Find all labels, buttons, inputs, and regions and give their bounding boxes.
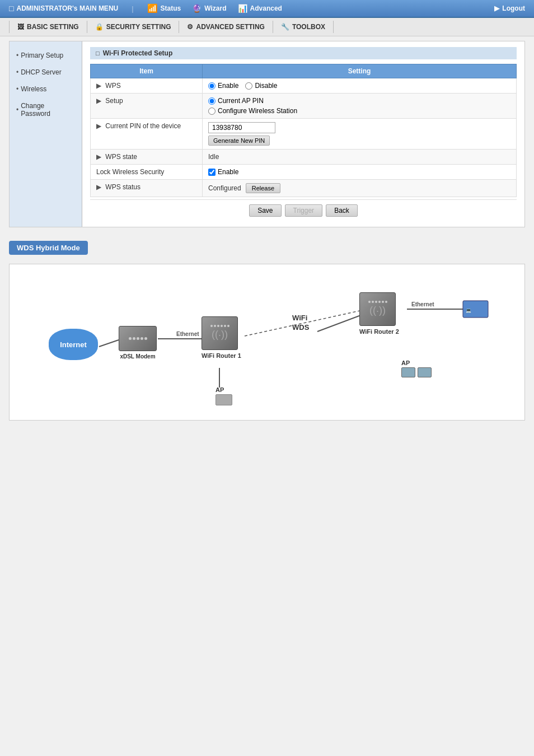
modem-box [119,326,157,351]
router2-box: ((·)) [359,292,396,326]
sidebar-item-dhcp-server[interactable]: DHCP Server [10,64,82,81]
status-nav-item[interactable]: 📶 Status [147,3,181,13]
nav-separator: | [132,4,133,13]
setup-configure-label: Configure Wireless Station [218,107,297,115]
wds-section: WDS Hybrid Mode Ethernet Ethernet [9,241,525,421]
setup-configure-radio[interactable] [208,108,216,115]
advanced-label: Advanced [250,4,282,12]
table-row: ▶ Current PIN of the device Generate New… [91,119,517,150]
sidebar-wireless-label: Wireless [21,85,46,93]
save-button[interactable]: Save [249,204,281,217]
settings-table: Item Setting ▶ WPS Enable [90,64,517,197]
wizard-icon: 🔮 [192,4,202,13]
wps-enable-label: Enable [218,82,238,90]
wds-badge: WDS Hybrid Mode [9,241,88,255]
svg-rect-8 [463,301,488,318]
router1-label: WiFi Router 1 [202,352,241,359]
table-row: ▶ WPS Enable Disable [91,78,517,94]
lock-wireless-checkbox-label[interactable]: Enable [208,168,510,176]
router2-element: ((·)) WiFi Router 2 [359,292,399,335]
svg-text:WiFi: WiFi [292,314,307,322]
advanced-setting-tab[interactable]: ⚙ ADVANCED SETTING [179,21,273,33]
pin-setting-cell: Generate New PIN [203,119,517,150]
basic-setting-tab[interactable]: 🖼 BASIC SETTING [9,21,87,33]
wps-state-value: Idle [208,153,219,161]
wps-item-cell: ▶ WPS [91,78,203,94]
router1-element: ((·)) WiFi Router 1 [202,316,241,359]
wps-state-item-cell: ▶ WPS state [91,150,203,165]
lock-wireless-label: Lock Wireless Security [96,168,164,176]
router2-label: WiFi Router 2 [359,328,399,335]
router1-box: ((·)) [202,316,238,350]
admin-menu-label: □ ADMINISTRATOR's MAIN MENU [9,4,118,13]
table-row: ▶ WPS status Configured Release [91,180,517,197]
ap2-label: AP [401,360,432,377]
toolbox-icon: 🔧 [281,23,289,31]
logout-nav-item[interactable]: ▶ Logout [494,4,525,12]
table-row: ▶ WPS state Idle [91,150,517,165]
generate-pin-button[interactable]: Generate New PIN [208,136,270,146]
toolbox-tab[interactable]: 🔧 TOOLBOX [273,21,334,33]
setup-ap-pin-radio[interactable] [208,97,216,105]
wps-status-label: WPS status [105,183,140,191]
security-setting-tab[interactable]: 🔒 SECURITY SETTING [87,21,180,33]
setup-ap-pin-label: Current AP PIN [218,97,264,105]
diagram-lines: Ethernet Ethernet 💻 WiFi WDS [38,276,496,421]
internet-element: Internet [49,329,98,360]
setup-current-ap-pin-option[interactable]: Current AP PIN [208,97,510,105]
modem-dots [129,337,147,340]
svg-text:💻: 💻 [466,307,471,313]
section-title-text: Wi-Fi Protected Setup [103,49,173,57]
admin-icon: □ [9,4,13,13]
sidebar-item-wireless[interactable]: Wireless [10,81,82,97]
sidebar: Primary Setup DHCP Server Wireless Chang… [10,41,82,227]
pin-arrow: ▶ [96,122,101,130]
trigger-button[interactable]: Trigger [285,204,323,217]
wps-enable-radio[interactable] [208,82,216,90]
bottom-buttons: Save Trigger Back [90,199,517,221]
router1-dots [210,325,229,327]
content-area: Wi-Fi Protected Setup Item Setting ▶ WPS [82,41,524,227]
col-header-setting: Setting [203,64,517,78]
lock-wireless-checkbox[interactable] [208,169,216,176]
wds-diagram: Ethernet Ethernet 💻 WiFi WDS Internet [9,264,525,421]
wps-disable-radio[interactable] [245,82,252,90]
pin-label: Current PIN of the device [105,122,181,130]
sidebar-item-change-password[interactable]: Change Password [10,97,82,122]
logout-icon: ▶ [494,4,499,12]
wps-arrow: ▶ [96,82,101,90]
release-button[interactable]: Release [246,183,280,193]
wizard-nav-item[interactable]: 🔮 Wizard [192,4,226,13]
svg-text:WDS: WDS [292,323,310,332]
internet-label: Internet [60,340,87,349]
wps-setting-cell: Enable Disable [203,78,517,94]
sidebar-item-primary-setup[interactable]: Primary Setup [10,47,82,64]
wps-disable-option[interactable]: Disable [245,82,277,90]
wps-status-arrow: ▶ [96,183,101,191]
wps-status-setting-cell: Configured Release [203,180,517,197]
wps-radio-group: Enable Disable [208,82,510,90]
svg-line-0 [99,340,119,347]
svg-text:Ethernet: Ethernet [411,301,434,307]
back-button[interactable]: Back [326,204,358,217]
section-title: Wi-Fi Protected Setup [90,47,517,59]
setup-setting-cell: Current AP PIN Configure Wireless Statio… [203,94,517,119]
pin-input-field[interactable] [208,122,275,133]
sub-navigation: 🖼 BASIC SETTING 🔒 SECURITY SETTING ⚙ ADV… [0,18,534,36]
main-wrapper: Primary Setup DHCP Server Wireless Chang… [9,41,525,227]
svg-text:Ethernet: Ethernet [176,331,199,337]
top-navigation: □ ADMINISTRATOR's MAIN MENU | 📶 Status 🔮… [0,0,534,18]
wps-enable-option[interactable]: Enable [208,82,238,90]
svg-line-12 [245,310,362,336]
status-icon: 📶 [147,3,158,13]
advanced-setting-icon: ⚙ [187,23,193,31]
advanced-setting-label: ADVANCED SETTING [196,23,264,31]
basic-setting-label: BASIC SETTING [27,23,79,31]
admin-menu-text: ADMINISTRATOR's MAIN MENU [16,4,118,12]
basic-setting-icon: 🖼 [17,23,24,31]
security-setting-icon: 🔒 [95,23,104,31]
status-label: Status [161,4,181,12]
advanced-nav-item[interactable]: 📊 Advanced [238,4,282,13]
setup-configure-station-option[interactable]: Configure Wireless Station [208,107,510,115]
wps-label: WPS [105,82,120,90]
